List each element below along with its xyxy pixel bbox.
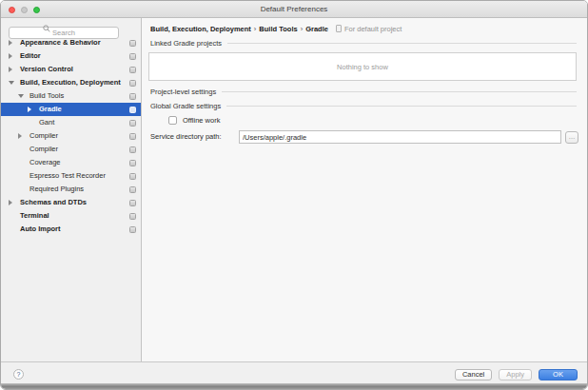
breadcrumb-separator: › bbox=[301, 25, 304, 33]
settings-page-icon bbox=[129, 160, 136, 166]
chevron-right-icon[interactable] bbox=[18, 133, 22, 139]
service-directory-row: Service directory path: … bbox=[143, 130, 587, 145]
offline-work-checkbox[interactable] bbox=[168, 116, 177, 125]
section-rule bbox=[222, 91, 577, 92]
help-button[interactable]: ? bbox=[13, 369, 24, 380]
breadcrumb-item-gradle[interactable]: Gradle bbox=[305, 25, 328, 33]
sidebar-item-label: Compiler bbox=[29, 129, 58, 143]
scope-note: For default project bbox=[336, 25, 402, 33]
project-level-label: Project-level settings bbox=[150, 88, 216, 96]
sidebar-item-espresso-test-recorder[interactable]: Espresso Test Recorder bbox=[1, 169, 141, 183]
settings-page-icon bbox=[129, 80, 136, 87]
sidebar-item-label: Coverage bbox=[29, 156, 61, 169]
sidebar-item-label: Appearance & Behavior bbox=[20, 36, 101, 49]
offline-work-label: Offline work bbox=[183, 114, 220, 127]
sidebar-item-build-tools[interactable]: Build Tools bbox=[1, 89, 141, 103]
sidebar-item-label: Terminal bbox=[20, 209, 49, 223]
offline-work-row: Offline work bbox=[143, 114, 587, 127]
title-bar: Default Preferences bbox=[1, 1, 587, 18]
settings-page-icon bbox=[129, 93, 136, 100]
settings-page-icon bbox=[129, 213, 136, 220]
service-directory-label: Service directory path: bbox=[150, 132, 222, 141]
settings-tree: Appearance & BehaviorEditorVersion Contr… bbox=[1, 36, 141, 236]
sidebar-item-gant[interactable]: Gant bbox=[1, 116, 141, 129]
sidebar-item-label: Editor bbox=[20, 49, 41, 63]
dialog-footer: ? CancelApplyOK bbox=[1, 361, 587, 385]
sidebar-item-label: Schemas and DTDs bbox=[20, 196, 87, 209]
sidebar-item-compiler-2[interactable]: Compiler bbox=[1, 143, 141, 156]
sidebar-item-schemas-and-dtds[interactable]: Schemas and DTDs bbox=[1, 196, 141, 209]
sidebar-item-label: Espresso Test Recorder bbox=[29, 169, 106, 183]
chevron-down-icon[interactable] bbox=[18, 94, 24, 98]
chevron-right-icon[interactable] bbox=[9, 40, 12, 46]
clipboard-icon bbox=[336, 25, 342, 32]
sidebar-item-terminal[interactable]: Terminal bbox=[1, 209, 141, 223]
settings-page-icon bbox=[129, 107, 136, 113]
sidebar-item-gradle[interactable]: Gradle bbox=[1, 103, 141, 116]
breadcrumb-item-build-tools[interactable]: Build Tools bbox=[259, 25, 297, 33]
linked-projects-label: Linked Gradle projects bbox=[150, 39, 222, 48]
sidebar-item-label: Auto Import bbox=[20, 223, 61, 236]
global-settings-section: Global Gradle settings bbox=[150, 101, 577, 110]
sidebar-item-auto-import[interactable]: Auto Import bbox=[1, 223, 141, 236]
sidebar-item-label: Required Plugins bbox=[29, 183, 84, 196]
settings-page-icon bbox=[129, 133, 136, 140]
window-title: Default Preferences bbox=[1, 5, 587, 13]
project-level-section: Project-level settings bbox=[150, 87, 577, 96]
apply-button[interactable]: Apply bbox=[499, 369, 532, 380]
sidebar-item-compiler[interactable]: Compiler bbox=[1, 129, 141, 143]
sidebar-item-label: Gradle bbox=[39, 103, 62, 116]
scope-label: For default project bbox=[344, 25, 402, 33]
window-bottom-edge bbox=[1, 383, 587, 389]
sidebar-item-label: Version Control bbox=[20, 63, 73, 76]
settings-page-icon bbox=[129, 226, 136, 233]
sidebar-item-label: Build Tools bbox=[29, 89, 64, 103]
section-rule bbox=[226, 106, 577, 107]
settings-page-icon bbox=[129, 146, 136, 153]
section-rule bbox=[227, 43, 577, 44]
sidebar-item-build-execution-deployment[interactable]: Build, Execution, Deployment bbox=[1, 76, 141, 89]
chevron-down-icon[interactable] bbox=[9, 81, 14, 85]
linked-projects-list[interactable]: Nothing to show bbox=[148, 52, 577, 81]
chevron-right-icon[interactable] bbox=[9, 200, 12, 205]
settings-page-icon bbox=[129, 173, 136, 180]
ok-button[interactable]: OK bbox=[539, 369, 578, 380]
service-directory-input[interactable] bbox=[239, 130, 561, 144]
chevron-right-icon[interactable] bbox=[9, 67, 12, 72]
settings-page-icon bbox=[129, 40, 136, 47]
breadcrumb: Build, Execution, Deployment›Build Tools… bbox=[150, 23, 402, 34]
sidebar-item-version-control[interactable]: Version Control bbox=[1, 63, 141, 76]
settings-page-icon bbox=[129, 53, 136, 60]
linked-projects-section: Linked Gradle projects bbox=[150, 38, 577, 48]
breadcrumb-separator: › bbox=[254, 25, 257, 33]
sidebar-item-label: Build, Execution, Deployment bbox=[20, 76, 121, 89]
sidebar-item-appearance-behavior[interactable]: Appearance & Behavior bbox=[1, 36, 141, 49]
sidebar-item-coverage[interactable]: Coverage bbox=[1, 156, 141, 169]
cancel-button[interactable]: Cancel bbox=[455, 369, 492, 380]
settings-sidebar: Appearance & BehaviorEditorVersion Contr… bbox=[1, 18, 142, 361]
chevron-right-icon[interactable] bbox=[9, 53, 12, 59]
settings-page-icon bbox=[129, 120, 136, 127]
settings-page-icon bbox=[129, 200, 136, 206]
browse-button[interactable]: … bbox=[565, 131, 578, 144]
sidebar-item-required-plugins[interactable]: Required Plugins bbox=[1, 183, 141, 196]
preferences-window: Default Preferences Appearance & Behavio… bbox=[0, 0, 588, 390]
search-box bbox=[9, 22, 119, 34]
empty-list-text: Nothing to show bbox=[337, 63, 388, 71]
breadcrumb-item-build-execution-deployment[interactable]: Build, Execution, Deployment bbox=[150, 25, 251, 33]
settings-page-icon bbox=[129, 186, 136, 193]
sidebar-item-editor[interactable]: Editor bbox=[1, 49, 141, 63]
gradle-settings-panel: Build, Execution, Deployment›Build Tools… bbox=[143, 18, 587, 361]
footer-buttons: CancelApplyOK bbox=[443, 369, 578, 380]
settings-page-icon bbox=[129, 67, 136, 73]
chevron-right-icon[interactable] bbox=[28, 107, 31, 112]
global-settings-label: Global Gradle settings bbox=[150, 102, 221, 110]
sidebar-item-label: Compiler bbox=[29, 143, 58, 156]
sidebar-item-label: Gant bbox=[39, 116, 54, 129]
